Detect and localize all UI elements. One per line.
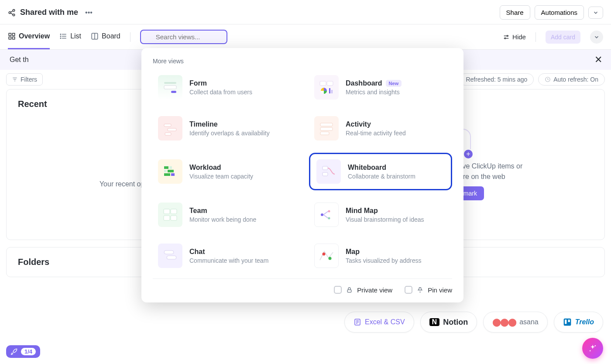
- svg-line-64: [323, 215, 328, 218]
- svg-point-1: [9, 11, 11, 14]
- chat-thumb-icon: [158, 244, 182, 268]
- plus-badge-icon: +: [463, 149, 474, 159]
- asana-logo-icon: ⬤⬤⬤: [492, 317, 516, 327]
- filters-button[interactable]: Filters: [6, 73, 43, 86]
- svg-point-70: [329, 257, 332, 260]
- view-option-dashboard[interactable]: Dashboard New Metrics and insights: [309, 71, 452, 104]
- more-options-button[interactable]: •••: [82, 8, 95, 17]
- ai-fab-button[interactable]: [582, 338, 603, 359]
- tab-board[interactable]: Board: [91, 24, 120, 49]
- pin-view-toggle[interactable]: Pin view: [405, 286, 452, 294]
- svg-rect-50: [164, 166, 168, 169]
- view-option-workload[interactable]: Workload Visualize team capacity: [153, 153, 296, 190]
- automations-button[interactable]: Automations: [535, 5, 584, 20]
- board-icon: [91, 32, 99, 40]
- import-trello-button[interactable]: Trello: [554, 312, 603, 333]
- svg-rect-38: [171, 91, 176, 93]
- svg-rect-48: [320, 127, 333, 130]
- view-option-timeline[interactable]: Timeline Identify overlaps & availabilit…: [153, 112, 296, 145]
- map-thumb-icon: [314, 244, 339, 268]
- automations-chevron-button[interactable]: [588, 7, 603, 19]
- svg-point-34: [595, 345, 596, 347]
- svg-rect-32: [565, 319, 566, 324]
- svg-rect-56: [323, 166, 328, 170]
- svg-point-35: [590, 350, 591, 352]
- page-title: Shared with me: [20, 8, 78, 17]
- checkbox-icon: [405, 286, 412, 294]
- lock-icon: [346, 287, 353, 293]
- svg-point-0: [13, 9, 15, 11]
- view-option-mindmap[interactable]: Mind Map Visual brainstorming of ideas: [309, 198, 452, 231]
- svg-rect-36: [164, 82, 176, 84]
- import-excel-button[interactable]: Excel & CSV: [344, 312, 414, 333]
- trello-logo-icon: [563, 318, 572, 326]
- svg-point-66: [328, 217, 330, 220]
- add-card-more-button[interactable]: [590, 31, 603, 44]
- dashboard-thumb-icon: [314, 75, 339, 100]
- svg-point-62: [321, 213, 323, 216]
- svg-rect-44: [164, 124, 171, 127]
- mindmap-thumb-icon: [314, 203, 339, 227]
- import-notion-button[interactable]: N Notion: [420, 312, 477, 333]
- whiteboard-thumb-icon: [316, 159, 341, 184]
- view-option-activity[interactable]: Activity Real-time activity feed: [309, 112, 452, 145]
- timeline-thumb-icon: [158, 116, 182, 141]
- tab-divider: [130, 32, 130, 42]
- notion-logo-icon: N: [429, 318, 440, 326]
- private-view-toggle[interactable]: Private view: [334, 286, 392, 294]
- svg-rect-33: [568, 319, 570, 322]
- list-icon: [59, 32, 67, 40]
- svg-line-3: [10, 10, 13, 12]
- search-views-input[interactable]: [140, 30, 227, 44]
- refreshed-chip[interactable]: Refreshed: 5 mins ago: [459, 73, 534, 86]
- banner-close-button[interactable]: ✕: [594, 54, 602, 65]
- svg-line-4: [10, 13, 13, 14]
- view-option-form[interactable]: Form Collect data from users: [153, 71, 296, 104]
- svg-rect-49: [320, 132, 329, 135]
- onboarding-count: 1/4: [21, 348, 36, 355]
- add-card-button[interactable]: Add card: [546, 31, 580, 44]
- import-asana-button[interactable]: ⬤⬤⬤ asana: [483, 312, 548, 333]
- svg-point-13: [60, 36, 61, 37]
- hide-button[interactable]: Hide: [503, 33, 526, 41]
- svg-rect-51: [169, 166, 172, 169]
- view-option-chat[interactable]: Chat Communicate with your team: [153, 239, 296, 272]
- svg-rect-47: [320, 123, 333, 126]
- tab-list[interactable]: List: [59, 24, 81, 49]
- view-option-map[interactable]: Map Tasks visualized by address: [309, 239, 452, 272]
- svg-rect-31: [563, 319, 571, 326]
- views-popup: More views Form Collect data from users …: [141, 48, 463, 302]
- svg-rect-58: [164, 209, 170, 214]
- svg-point-21: [507, 35, 508, 37]
- svg-rect-52: [164, 170, 167, 172]
- svg-rect-46: [165, 133, 171, 135]
- search-views-wrap: [140, 30, 227, 44]
- svg-rect-40: [327, 81, 333, 86]
- svg-rect-59: [171, 209, 177, 214]
- checkbox-icon: [334, 286, 342, 294]
- onboarding-progress-button[interactable]: 1/4: [6, 345, 40, 358]
- form-thumb-icon: [158, 75, 182, 100]
- svg-point-2: [13, 14, 15, 16]
- tab-overview[interactable]: Overview: [8, 24, 50, 49]
- svg-point-14: [60, 38, 61, 39]
- import-row: Excel & CSV N Notion ⬤⬤⬤ asana Trello: [344, 312, 603, 333]
- view-option-whiteboard[interactable]: Whiteboard Collaborate & brainstorm: [309, 153, 452, 190]
- svg-rect-7: [9, 37, 11, 39]
- workload-thumb-icon: [158, 159, 182, 184]
- sparkle-icon: [588, 344, 597, 353]
- svg-rect-68: [167, 256, 176, 259]
- svg-point-22: [505, 38, 506, 39]
- svg-rect-55: [171, 173, 175, 176]
- svg-rect-6: [13, 33, 15, 35]
- svg-line-63: [323, 211, 328, 215]
- svg-rect-60: [164, 216, 170, 220]
- svg-point-12: [60, 34, 61, 35]
- auto-refresh-chip[interactable]: Auto refresh: On: [538, 73, 605, 86]
- svg-rect-45: [168, 128, 176, 131]
- svg-rect-39: [320, 81, 326, 86]
- rocket-icon: [10, 348, 17, 355]
- banner-text: Get th: [10, 56, 29, 64]
- share-button[interactable]: Share: [500, 5, 530, 20]
- view-option-team[interactable]: Team Monitor work being done: [153, 198, 296, 231]
